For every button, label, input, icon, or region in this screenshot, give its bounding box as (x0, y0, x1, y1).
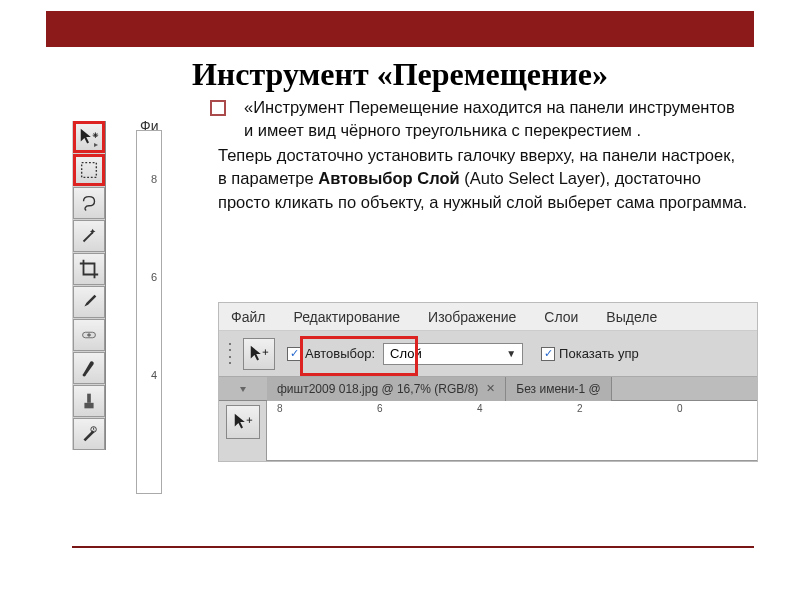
hruler-num: 0 (677, 403, 683, 414)
document-tab-bar: фишт2009 018.jpg @ 16,7% (RGB/8) ✕ Без и… (219, 377, 757, 401)
vruler-num: 4 (151, 369, 157, 381)
lasso-tool[interactable] (73, 187, 105, 219)
grip-icon (229, 341, 237, 367)
hruler-num: 6 (377, 403, 383, 414)
app-screenshot: Файл Редактирование Изображение Слои Выд… (218, 302, 758, 462)
healing-brush-tool[interactable] (73, 319, 105, 351)
crop-tool[interactable] (73, 253, 105, 285)
paragraph-1: «Инструмент Перемещение находится на пан… (244, 96, 748, 142)
marquee-tool[interactable] (73, 154, 105, 186)
svg-rect-2 (84, 403, 93, 409)
autoselect-checkbox[interactable] (287, 347, 301, 361)
move-tool[interactable]: ▸ (73, 121, 105, 153)
autoselect-dropdown[interactable]: Слой ▼ (383, 343, 523, 365)
brush-tool[interactable] (73, 352, 105, 384)
menu-layers[interactable]: Слои (544, 309, 578, 325)
history-brush-tool[interactable] (73, 418, 105, 450)
close-icon[interactable]: ✕ (486, 382, 495, 395)
chevron-down-icon: ▼ (506, 348, 516, 359)
document-tab-1[interactable]: фишт2009 018.jpg @ 16,7% (RGB/8) ✕ (267, 377, 506, 401)
menu-file[interactable]: Файл (231, 309, 265, 325)
horizontal-ruler: 8 6 4 2 0 (267, 401, 757, 461)
tab-label: фишт2009 018.jpg @ 16,7% (RGB/8) (277, 382, 478, 396)
hruler-num: 8 (277, 403, 283, 414)
active-tool-indicator[interactable] (243, 338, 275, 370)
slide-title: Инструмент «Перемещение» (140, 57, 660, 92)
bullet-icon (210, 100, 226, 116)
move-tool-small[interactable] (226, 405, 260, 439)
sub-toolbox (219, 401, 267, 461)
document-tab-2[interactable]: Без имени-1 @ (506, 377, 611, 401)
canvas-area: 8 6 4 2 0 (219, 401, 757, 461)
slide-footer-line (72, 546, 754, 548)
autoselect-label: Автовыбор: (305, 346, 375, 361)
options-bar: Автовыбор: Слой ▼ Показать упр (219, 331, 757, 377)
svg-rect-3 (87, 394, 91, 403)
tab-bar-grip (219, 384, 267, 394)
show-controls-checkbox[interactable] (541, 347, 555, 361)
magic-wand-tool[interactable] (73, 220, 105, 252)
svg-rect-0 (82, 163, 97, 178)
vruler-num: 6 (151, 271, 157, 283)
menu-edit[interactable]: Редактирование (293, 309, 400, 325)
show-controls-label: Показать упр (559, 346, 639, 361)
dropdown-value: Слой (390, 346, 422, 361)
paragraph-2b: Автовыбор Слой (318, 169, 459, 187)
menu-image[interactable]: Изображение (428, 309, 516, 325)
hruler-num: 2 (577, 403, 583, 414)
eyedropper-tool[interactable] (73, 286, 105, 318)
hruler-num: 4 (477, 403, 483, 414)
vertical-ruler: 8 6 4 (136, 130, 162, 494)
menu-select[interactable]: Выделе (606, 309, 657, 325)
clone-stamp-tool[interactable] (73, 385, 105, 417)
slide-header-bar (46, 11, 754, 47)
menu-bar: Файл Редактирование Изображение Слои Выд… (219, 303, 757, 331)
body-text: «Инструмент Перемещение находится на пан… (218, 96, 748, 213)
tab-label: Без имени-1 @ (516, 382, 600, 396)
vruler-num: 8 (151, 173, 157, 185)
